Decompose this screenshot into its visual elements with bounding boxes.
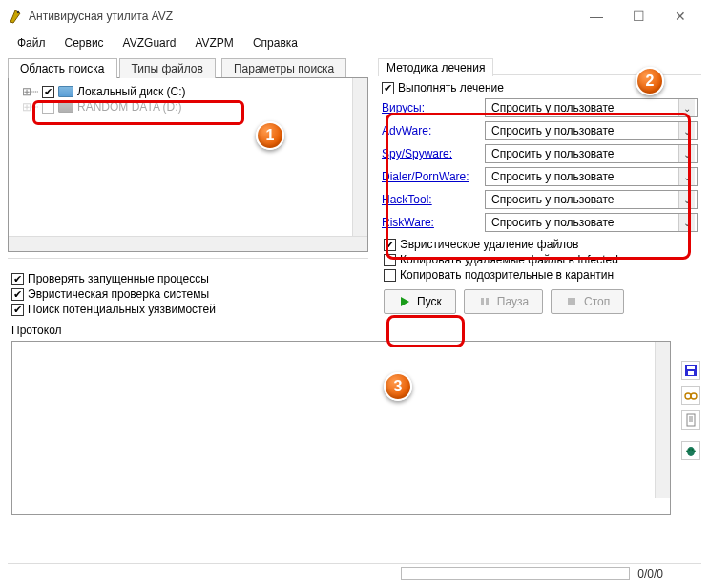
menu-avzpm[interactable]: AVZPM [185, 34, 242, 52]
glasses-icon[interactable] [681, 386, 700, 405]
svg-point-16 [687, 447, 695, 456]
checkbox-icon[interactable] [384, 269, 396, 282]
stop-icon [565, 295, 578, 308]
tab-file-types[interactable]: Типы файлов [119, 58, 216, 78]
svg-rect-12 [687, 414, 695, 426]
link-hacktool[interactable]: HackTool: [382, 193, 485, 206]
dropdown-dialer[interactable]: Спросить у пользовате⌄ [485, 167, 698, 186]
pause-icon [478, 295, 491, 308]
checkbox-icon[interactable] [384, 239, 396, 251]
link-advware[interactable]: AdvWare: [382, 124, 485, 137]
check-label: Эвристическая проверка системы [28, 287, 209, 301]
menu-service[interactable]: Сервис [55, 34, 114, 52]
check-heuristic-delete[interactable]: Эвристическое удаление файлов [384, 238, 696, 251]
protocol-scrollbar-vertical[interactable] [655, 342, 670, 498]
dropdown-value: Спросить у пользовате [491, 101, 615, 115]
svg-point-9 [685, 393, 691, 399]
svg-point-1 [17, 11, 19, 13]
disk-d-label: RANDOM DATA (D:) [77, 100, 182, 114]
chevron-down-icon[interactable]: ⌄ [678, 214, 695, 231]
link-riskware[interactable]: RiskWare: [382, 216, 485, 229]
link-spyware[interactable]: Spy/Spyware: [382, 147, 485, 160]
drive-icon [58, 86, 73, 97]
pause-button[interactable]: Пауза [464, 289, 543, 314]
check-label: Копировать подозрительные в карантин [400, 268, 614, 282]
menu-avzguard[interactable]: AVZGuard [114, 34, 186, 52]
button-label: Пауза [497, 295, 529, 308]
check-perform-treatment[interactable]: Выполнять лечение [382, 81, 698, 94]
svg-point-18 [692, 449, 694, 451]
check-label: Поиск потенциальных уязвимостей [28, 303, 216, 316]
checkbox-disk-d[interactable] [42, 101, 54, 114]
close-button[interactable]: ✕ [659, 2, 701, 31]
minimize-button[interactable]: ― [575, 2, 617, 31]
app-icon [8, 9, 23, 24]
check-label: Эвристическое удаление файлов [400, 238, 578, 251]
checkbox-icon[interactable] [384, 254, 396, 266]
title-bar: Антивирусная утилита AVZ ― ☐ ✕ [0, 0, 709, 32]
tab-scan-area[interactable]: Область поиска [8, 58, 117, 78]
check-heuristic-system[interactable]: Эвристическая проверка системы [11, 287, 365, 301]
chevron-down-icon[interactable]: ⌄ [678, 168, 695, 185]
save-icon[interactable] [681, 361, 700, 380]
drive-icon [58, 101, 73, 113]
check-copy-quarantine[interactable]: Копировать подозрительные в карантин [384, 268, 696, 282]
protocol-output[interactable] [11, 341, 671, 514]
tab-scan-params[interactable]: Параметры поиска [221, 58, 346, 78]
dropdown-value: Спросить у пользовате [491, 193, 615, 206]
dropdown-value: Спросить у пользовате [491, 216, 615, 229]
checkbox-icon[interactable] [11, 288, 24, 301]
menu-file[interactable]: Файл [8, 34, 55, 52]
check-vulnerability-search[interactable]: Поиск потенциальных уязвимостей [11, 303, 365, 316]
svg-rect-5 [568, 298, 575, 305]
tree-scrollbar-horizontal[interactable] [9, 236, 367, 251]
chevron-down-icon[interactable]: ⌄ [678, 191, 695, 208]
svg-rect-7 [687, 366, 695, 369]
check-label: Проверять запущенные процессы [28, 272, 209, 285]
maximize-button[interactable]: ☐ [617, 2, 659, 31]
check-label: Выполнять лечение [398, 81, 504, 94]
play-icon [398, 295, 411, 308]
svg-rect-8 [688, 371, 694, 375]
chevron-down-icon[interactable]: ⌄ [678, 122, 695, 139]
side-toolbar [678, 361, 703, 460]
bug-icon[interactable] [681, 441, 700, 460]
link-dialer[interactable]: Dialer/PornWare: [382, 170, 485, 183]
menu-help[interactable]: Справка [243, 34, 307, 52]
tree-item-disk-c[interactable]: ⊞┈ Локальный диск (C:) [9, 84, 367, 99]
svg-point-10 [691, 393, 697, 399]
dropdown-hacktool[interactable]: Спросить у пользовате⌄ [485, 190, 698, 209]
protocol-label: Протокол [0, 320, 709, 341]
tree-expander-icon[interactable]: ⊞┈ [22, 85, 38, 98]
check-running-processes[interactable]: Проверять запущенные процессы [11, 272, 365, 285]
dropdown-riskware[interactable]: Спросить у пользовате⌄ [485, 213, 698, 232]
tree-expander-icon[interactable]: ⊞┈ [22, 100, 38, 114]
dropdown-viruses[interactable]: Спросить у пользовате⌄ [485, 98, 698, 117]
progress-bar [401, 567, 630, 580]
chevron-down-icon[interactable]: ⌄ [678, 145, 695, 162]
document-icon[interactable] [681, 410, 700, 430]
dropdown-spyware[interactable]: Спросить у пользовате⌄ [485, 144, 698, 163]
checkbox-icon[interactable] [382, 82, 394, 94]
link-viruses[interactable]: Вирусы: [382, 101, 485, 115]
tree-scrollbar-vertical[interactable] [352, 78, 367, 236]
svg-point-17 [689, 449, 691, 451]
button-label: Пуск [417, 295, 442, 308]
chevron-down-icon[interactable]: ⌄ [678, 99, 695, 116]
checkbox-icon[interactable] [11, 273, 24, 285]
dropdown-value: Спросить у пользовате [491, 170, 615, 183]
dropdown-advware[interactable]: Спросить у пользовате⌄ [485, 121, 698, 140]
check-label: Копировать удаляемые файлы в Infected [400, 253, 618, 266]
checkbox-icon[interactable] [11, 304, 24, 316]
group-treatment-method: Методика лечения [378, 58, 493, 76]
svg-rect-4 [486, 298, 489, 305]
status-counts: 0/0/0 [630, 567, 701, 580]
check-copy-infected[interactable]: Копировать удаляемые файлы в Infected [384, 253, 696, 266]
start-button[interactable]: Пуск [384, 289, 456, 314]
tree-item-disk-d[interactable]: ⊞┈ RANDOM DATA (D:) [9, 99, 367, 115]
drive-tree[interactable]: ⊞┈ Локальный диск (C:) ⊞┈ RANDOM DATA (D… [8, 77, 368, 252]
category-grid: Вирусы: Спросить у пользовате⌄ AdvWare: … [382, 98, 698, 232]
window-title: Антивирусная утилита AVZ [23, 10, 575, 23]
checkbox-disk-c[interactable] [42, 86, 54, 98]
stop-button[interactable]: Стоп [551, 289, 624, 314]
